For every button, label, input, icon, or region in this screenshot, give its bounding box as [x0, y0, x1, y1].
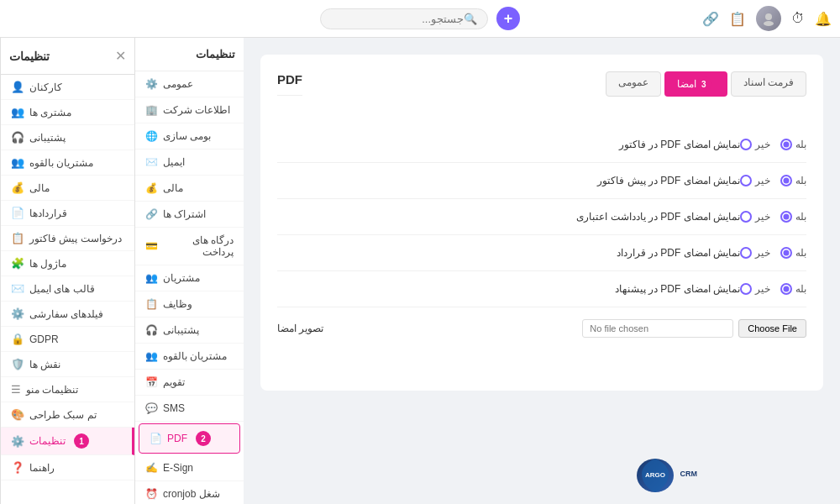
radio-btn-kheir[interactable]	[740, 175, 752, 186]
settings-nav-icon-naqsha: 🛡️	[11, 358, 24, 370]
setting-label-pish_faktur_pdf: نمایش امضای PDF در پیش فاکتور	[277, 175, 740, 186]
settings-nav-label-tanzimaat_menu: تنظیمات منو	[26, 384, 78, 396]
middle-nav-item-moshtarian_sub[interactable]: مشتریان👥	[135, 265, 244, 291]
tab-format_asnad[interactable]: فرمت اسناد	[731, 71, 806, 97]
middle-nav-item-cronjob1[interactable]: شغل cronjob⏰	[135, 481, 244, 504]
settings-nav-item-ghalab_email[interactable]: قالب های ایمیل✉️	[1, 276, 134, 302]
settings-nav-item-karkonan[interactable]: کارکنان👤	[1, 75, 134, 100]
history-icon[interactable]: ⏱	[791, 11, 805, 26]
header-center: + 🔍	[320, 7, 520, 30]
middle-nav-header: تنظیمات	[135, 38, 244, 71]
settings-nav-item-poshtibani[interactable]: پشتیبانی🎧	[1, 125, 134, 150]
middle-nav-label-taghvim: تقویم	[163, 376, 185, 388]
middle-nav-item-vazayef[interactable]: وظایف📋	[135, 291, 244, 318]
settings-nav-label-fieldha_sfareshi: فیلدهای سفارشی	[29, 308, 103, 320]
radio-option-bale[interactable]: بله	[780, 211, 806, 223]
bell-icon[interactable]: 🔔	[815, 11, 832, 27]
step-badge-2: 2	[196, 431, 211, 446]
settings-nav-item-rahnama[interactable]: راهنما❓	[1, 455, 134, 480]
settings-nav-item-darkhast_pish[interactable]: درخواست پیش فاکتور📋	[1, 226, 134, 251]
settings-nav-item-moshtarian_baghoo[interactable]: مشتریان بالقوه👥	[1, 150, 134, 176]
settings-nav-item-gharardadha[interactable]: قراردادها📄	[1, 201, 134, 226]
middle-nav-label-eshtrak_ha: اشتراک ها	[163, 208, 206, 220]
middle-nav-item-boomi_sazi[interactable]: بومی سازی🌐	[135, 123, 244, 150]
middle-nav-item-dargah_pardakht[interactable]: درگاه های پرداخت💳	[135, 228, 244, 265]
middle-nav-icon-omoomi: ⚙️	[145, 78, 158, 90]
radio-label-bale: بله	[795, 247, 806, 259]
middle-nav-item-pdf[interactable]: 2PDF📄	[139, 423, 240, 454]
radio-option-bale[interactable]: بله	[780, 139, 806, 150]
radio-btn-bale[interactable]	[780, 283, 792, 295]
radio-group-faktur_pdf: بلهخیر	[740, 139, 806, 150]
radio-option-bale[interactable]: بله	[780, 247, 806, 259]
header: 🔔 ⏱ 📋 🔗 + 🔍	[0, 0, 840, 38]
settings-nav-item-team_design[interactable]: تم سبک طراحی🎨	[1, 402, 134, 428]
middle-nav-icon-cronjob1: ⏰	[145, 488, 158, 500]
setting-label-faktur_pdf: نمایش امضای PDF در فاکتور	[277, 139, 740, 150]
middle-nav-icon-taghvim: 📅	[145, 376, 158, 388]
middle-nav-icon-dargah_pardakht: 💳	[145, 240, 158, 252]
main-layout: عمومیامضا3فرمت اسناد PDF بلهخیرنمایش امض…	[0, 38, 840, 504]
middle-nav-item-esign[interactable]: E-Sign✍️	[135, 455, 244, 481]
middle-nav-item-mali_sub[interactable]: مالی💰	[135, 176, 244, 202]
settings-nav-item-mali[interactable]: مالی💰	[1, 176, 134, 201]
radio-option-kheir[interactable]: خیر	[740, 247, 770, 259]
settings-nav-label-gdpr: GDPR	[29, 333, 59, 345]
radio-btn-bale[interactable]	[780, 175, 792, 186]
radio-btn-bale[interactable]	[780, 247, 792, 259]
settings-nav-item-gdpr[interactable]: GDPR🔒	[1, 327, 134, 352]
add-button[interactable]: +	[496, 7, 520, 30]
radio-option-kheir[interactable]: خیر	[740, 175, 770, 186]
share-icon[interactable]: 🔗	[702, 11, 719, 27]
settings-nav-icon-poshtibani: 🎧	[11, 131, 24, 144]
settings-nav-label-naqsha: نقش ها	[29, 359, 60, 370]
middle-nav-icon-moshtarian_balghoo: 👥	[145, 350, 158, 362]
middle-nav-item-sms[interactable]: SMS💬	[135, 396, 244, 422]
middle-nav-label-pdf: PDF	[167, 433, 187, 444]
middle-nav-item-moshtarian_balghoo[interactable]: مشتریان بالقوه👥	[135, 344, 244, 370]
radio-option-bale[interactable]: بله	[780, 283, 806, 295]
middle-nav-item-taghvim[interactable]: تقویم📅	[135, 370, 244, 396]
tab-emza[interactable]: امضا3	[664, 71, 727, 97]
middle-nav-icon-moshtarian_sub: 👥	[145, 272, 158, 284]
settings-nav-item-fieldha_sfareshi[interactable]: فیلدهای سفارشی⚙️	[1, 302, 134, 327]
settings-nav-icon-ghalab_email: ✉️	[11, 282, 24, 295]
choose-file-button[interactable]: Choose File	[738, 319, 806, 338]
settings-nav-item-moshtarian[interactable]: مشتری ها👥	[1, 100, 134, 125]
close-icon[interactable]: ✕	[115, 48, 126, 64]
radio-btn-kheir[interactable]	[740, 247, 752, 259]
file-name-input	[582, 319, 733, 338]
radio-btn-kheir[interactable]	[740, 283, 752, 295]
radio-option-kheir[interactable]: خیر	[740, 139, 770, 150]
argo-shield-icon: ARGO	[633, 452, 677, 496]
settings-nav-item-tanzimaat[interactable]: 1تنظیمات⚙️	[1, 428, 134, 455]
search-bar: 🔍	[320, 8, 488, 29]
avatar[interactable]	[756, 6, 781, 31]
middle-nav-label-esign: E-Sign	[163, 462, 193, 474]
middle-nav-item-email[interactable]: ایمیل✉️	[135, 150, 244, 176]
middle-nav-label-omoomi: عمومی	[163, 78, 193, 90]
radio-btn-bale[interactable]	[780, 211, 792, 223]
upload-label: تصویر امضا	[277, 323, 323, 334]
calendar-icon[interactable]: 📋	[729, 11, 746, 27]
settings-nav-label-tanzimaat: تنظیمات	[29, 435, 66, 447]
settings-nav-icon-tanzimaat: ⚙️	[11, 435, 24, 448]
middle-nav-item-etelaat_sherkat[interactable]: اطلاعات شرکت🏢	[135, 97, 244, 123]
tab-omoomi[interactable]: عمومی	[606, 71, 661, 97]
content-area: عمومیامضا3فرمت اسناد PDF بلهخیرنمایش امض…	[244, 38, 840, 504]
middle-nav-label-vazayef: وظایف	[163, 298, 192, 310]
settings-nav-item-tanzimaat_menu[interactable]: تنظیمات منو☰	[1, 377, 134, 402]
search-input[interactable]	[331, 13, 464, 25]
middle-nav-label-moshtarian_sub: مشتریان	[163, 272, 200, 284]
settings-nav-item-mazolha[interactable]: ماژول ها🧩	[1, 251, 134, 276]
middle-nav-item-poshtibani_sub[interactable]: پشتیبانی🎧	[135, 318, 244, 344]
radio-btn-kheir[interactable]	[740, 139, 752, 150]
settings-nav-item-naqsha[interactable]: نقش ها🛡️	[1, 352, 134, 377]
middle-nav-item-omoomi[interactable]: عمومی⚙️	[135, 71, 244, 97]
radio-option-kheir[interactable]: خیر	[740, 211, 770, 223]
radio-btn-kheir[interactable]	[740, 211, 752, 223]
radio-btn-bale[interactable]	[780, 139, 792, 150]
radio-option-kheir[interactable]: خیر	[740, 283, 770, 295]
middle-nav-item-eshtrak_ha[interactable]: اشتراک ها🔗	[135, 202, 244, 228]
radio-option-bale[interactable]: بله	[780, 175, 806, 186]
